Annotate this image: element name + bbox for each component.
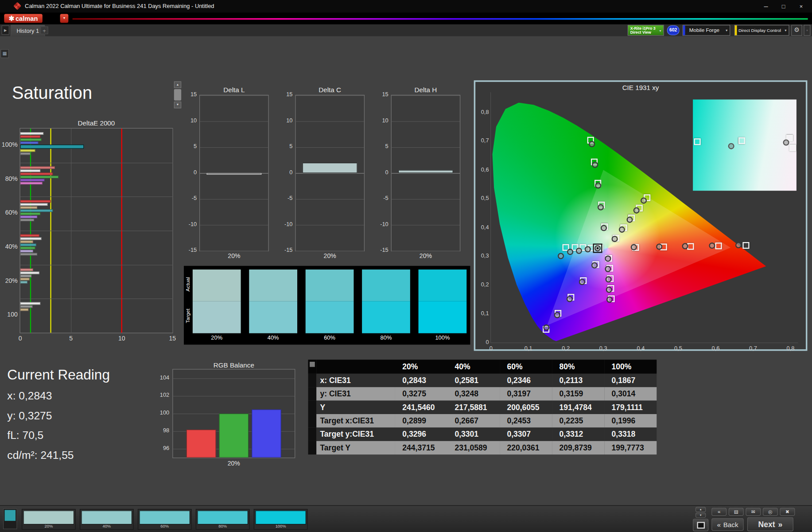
table-value-cell: 0,2235 bbox=[552, 414, 604, 427]
table-value-cell: 0,2843 bbox=[395, 374, 447, 387]
table-row-label: Target x:CIE31 bbox=[316, 414, 395, 427]
swatch-level-label: 100% bbox=[419, 334, 467, 340]
envelope-icon: ✉ bbox=[751, 509, 755, 515]
report-button[interactable]: ▤ bbox=[729, 508, 744, 516]
footer-scroll-up-button[interactable]: ▲ bbox=[695, 507, 706, 512]
tab-bar: ▶ History 1 + X-Rite i1Pro 3 Direct View… bbox=[0, 24, 812, 36]
delta-l-yaxis: 151050-5-10-15 bbox=[185, 95, 198, 251]
calman-logo: ✱calman bbox=[4, 14, 43, 23]
collapse-footer-button[interactable]: « bbox=[711, 508, 727, 516]
target-button[interactable]: ◎ bbox=[763, 508, 778, 516]
axis-tick-label: 15 bbox=[168, 335, 177, 342]
meter-count-badge[interactable]: 602 bbox=[667, 25, 680, 35]
table-strip-cell bbox=[308, 387, 317, 400]
deltae-bar bbox=[20, 305, 32, 308]
swatch-level-label: 80% bbox=[362, 334, 410, 340]
table-row-label: Target Y bbox=[316, 441, 395, 454]
gridline bbox=[200, 199, 268, 199]
table-value-cell: 0,2453 bbox=[500, 414, 552, 427]
table-value-cell: 220,0361 bbox=[500, 441, 552, 454]
preview-thumbnail[interactable]: 100% bbox=[254, 509, 308, 530]
deltae-bar bbox=[20, 132, 44, 135]
delta-l-plot bbox=[199, 95, 269, 251]
settings-button[interactable]: ⚙ bbox=[791, 25, 802, 36]
maximize-button[interactable]: □ bbox=[775, 0, 793, 12]
deltaC-bar bbox=[303, 163, 357, 173]
triangle-down-icon: ▼ bbox=[176, 103, 179, 106]
source-label: Mobile Forge bbox=[685, 27, 724, 33]
chevron-down-icon: ▼ bbox=[62, 16, 66, 20]
table-value-cell: 217,5881 bbox=[447, 401, 500, 414]
table-value-cell: 209,8739 bbox=[552, 441, 604, 454]
scroll-down-button[interactable]: ▼ bbox=[174, 102, 181, 108]
logo-menu-button[interactable]: ▼ bbox=[60, 14, 69, 23]
title-bar: Calman 2022 Calman Ultimate for Business… bbox=[0, 0, 812, 12]
deltae-bar bbox=[20, 278, 30, 280]
close-button[interactable]: × bbox=[793, 0, 810, 12]
thumbnail-label: 100% bbox=[254, 524, 307, 529]
deltae-bar bbox=[20, 182, 43, 184]
minimize-button[interactable]: ─ bbox=[757, 0, 775, 12]
table-header-cell: 60% bbox=[500, 360, 552, 374]
x-tick-label: 0,4 bbox=[633, 345, 648, 352]
meter-button[interactable]: X-Rite i1Pro 3 Direct View ▼ bbox=[628, 25, 664, 36]
next-label: Next bbox=[758, 520, 775, 529]
deltae-axis-labels: 051015 bbox=[19, 335, 173, 342]
workflow-panel-toggle[interactable]: ▦ bbox=[0, 49, 9, 58]
category-label: 60% bbox=[0, 209, 18, 216]
double-chevron-left-icon: « bbox=[718, 509, 721, 515]
preview-thumbnail[interactable]: 40% bbox=[80, 509, 134, 530]
footer-scroll-down-button[interactable]: ▼ bbox=[695, 512, 706, 518]
next-button[interactable]: Next» bbox=[747, 517, 793, 532]
scroll-up-button[interactable]: ▲ bbox=[174, 82, 181, 88]
table-value-cell: 199,7773 bbox=[604, 441, 657, 454]
table-value-cell: 0,3296 bbox=[395, 427, 447, 441]
delta-c-xlabel: 20% bbox=[295, 252, 365, 259]
cie-1931-panel[interactable]: CIE 1931 xy 000,10,10,20,20,30,30,40,40,… bbox=[474, 80, 808, 351]
back-label: Back bbox=[723, 520, 738, 528]
deltae-bar bbox=[20, 302, 41, 305]
table-value-cell: 0,2581 bbox=[447, 374, 500, 387]
actual-swatch bbox=[249, 270, 297, 301]
preview-thumbnail[interactable]: 60% bbox=[138, 509, 192, 530]
y-tick-label: 0,3 bbox=[476, 253, 489, 259]
add-tab-button[interactable]: + bbox=[40, 27, 48, 35]
single-display-button[interactable] bbox=[693, 519, 708, 531]
deltae-chart bbox=[19, 128, 173, 333]
table-value-cell: 0,3318 bbox=[604, 427, 657, 441]
axis-tick-label: -5 bbox=[281, 195, 293, 201]
scroll-thumb[interactable] bbox=[174, 89, 181, 101]
layout-options-button[interactable]: ▫ bbox=[804, 25, 810, 36]
axis-tick-label: 0 bbox=[16, 335, 25, 342]
cie-plot: 000,10,10,20,20,30,30,40,40,50,50,60,60,… bbox=[490, 92, 798, 343]
axis-tick-label: 5 bbox=[185, 143, 197, 149]
report-icon: ▤ bbox=[734, 509, 738, 515]
stop-button[interactable]: ✖ bbox=[780, 508, 795, 516]
back-button[interactable]: «Back bbox=[711, 518, 743, 531]
workflow-mini-tile[interactable] bbox=[3, 509, 17, 529]
measurement-marker bbox=[567, 249, 573, 255]
close-icon: ✖ bbox=[785, 509, 789, 515]
deltaH-bar bbox=[398, 170, 453, 173]
email-button[interactable]: ✉ bbox=[746, 508, 761, 516]
preview-thumbnail[interactable]: 80% bbox=[196, 509, 250, 530]
thumbnail-swatch bbox=[255, 510, 306, 524]
source-button[interactable]: Mobile Forge ▼ bbox=[683, 25, 730, 36]
thumbnail-swatch bbox=[197, 510, 248, 524]
display-control-button[interactable]: Direct Display Control ▼ bbox=[734, 25, 789, 36]
deltae-bar bbox=[20, 207, 38, 209]
table-strip-cell bbox=[308, 414, 317, 427]
rgb-balance-yaxis: 1041021009896 bbox=[156, 369, 171, 458]
axis-tick-label: 15 bbox=[281, 91, 293, 98]
rainbow-divider bbox=[73, 18, 808, 20]
deltae-bar bbox=[20, 243, 37, 246]
axis-tick-label: -5 bbox=[185, 195, 197, 201]
chart-scroller: ▲ ▼ bbox=[174, 82, 181, 109]
history-panel-toggle[interactable]: ▶ bbox=[2, 25, 10, 35]
delta-l-xlabel: 20% bbox=[199, 252, 269, 259]
measurement-marker bbox=[584, 246, 591, 252]
table-row: y: CIE310,32750,32480,31970,31590,3014 bbox=[308, 387, 657, 400]
preview-thumbnail[interactable]: 20% bbox=[22, 509, 76, 530]
target-swatch bbox=[306, 301, 354, 333]
x-tick-label: 0,8 bbox=[783, 345, 798, 352]
